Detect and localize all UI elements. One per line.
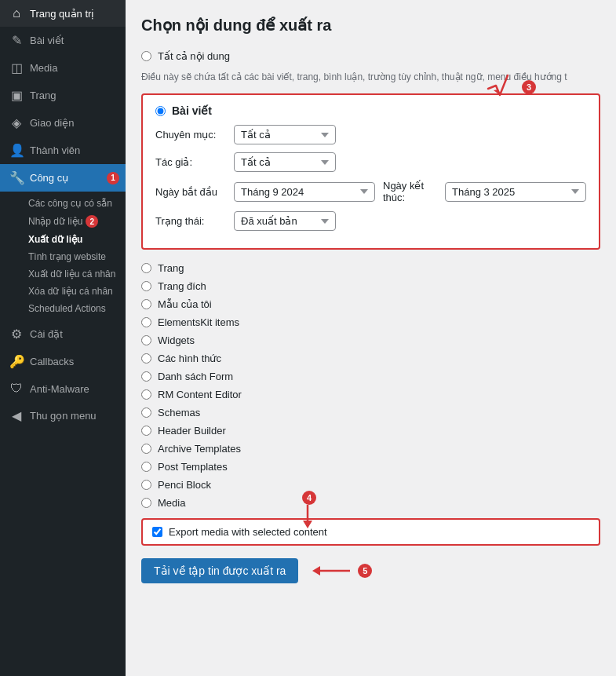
radio-header-builder-label: Header Builder: [158, 425, 226, 437]
sidebar-item-callbacks[interactable]: 🔑 Callbacks: [0, 348, 126, 375]
shield-icon: 🛡: [9, 382, 24, 396]
bai-viet-radio[interactable]: Bài viết: [155, 104, 586, 117]
radio-mau-cua-toi-label: Mẫu của tôi: [158, 298, 212, 310]
annotation-4-container: 4: [298, 491, 317, 528]
sidebar-item-anti-malware[interactable]: 🛡 Anti-Malware: [0, 375, 126, 402]
radio-archive-templates-input[interactable]: [141, 444, 151, 454]
radio-penci-block[interactable]: Penci Block: [141, 476, 600, 494]
sidebar-sub-cac-cong-cu[interactable]: Các công cụ có sẵn: [9, 195, 126, 212]
radio-post-templates-input[interactable]: [141, 462, 151, 472]
sidebar-item-giao-dien[interactable]: ◈ Giao diện: [0, 109, 126, 137]
radio-elementskit-input[interactable]: [141, 317, 151, 327]
export-media-row[interactable]: Export media with selected content: [141, 518, 600, 546]
radio-schemas-input[interactable]: [141, 407, 151, 418]
radio-widgets-input[interactable]: [141, 335, 151, 345]
sidebar-item-label: Giao diện: [30, 117, 74, 129]
ngay-bat-dau-select[interactable]: Tháng 9 2024: [234, 182, 375, 202]
tac-gia-select[interactable]: Tất cả: [234, 152, 336, 172]
radio-post-templates-label: Post Templates: [158, 461, 228, 473]
date-row: Ngày bắt đầu Tháng 9 2024 Ngày kết thúc:…: [155, 180, 586, 203]
tac-gia-row: Tác giả: Tất cả: [155, 152, 586, 172]
radio-trang[interactable]: Trang: [141, 259, 600, 277]
sidebar-item-trang[interactable]: ▣ Trang: [0, 82, 126, 109]
sidebar-sub-nhap-du-lieu[interactable]: Nhập dữ liệu 2: [9, 212, 126, 231]
radio-elementskit[interactable]: ElementsKit items: [141, 313, 600, 331]
radio-trang-dich-input[interactable]: [141, 281, 151, 291]
arrow-3-svg: [484, 71, 516, 103]
radio-penci-block-label: Penci Block: [158, 479, 211, 491]
radio-danh-sach-form[interactable]: Danh sách Form: [141, 367, 600, 386]
sidebar-item-thanh-vien[interactable]: 👤 Thành viên: [0, 137, 126, 164]
sidebar-item-cai-dat[interactable]: ⚙ Cài đặt: [0, 320, 126, 348]
sidebar-sub-scheduled-actions[interactable]: Scheduled Actions: [9, 300, 126, 317]
media-icon: ◫: [9, 60, 24, 75]
radio-rm-content-input[interactable]: [141, 389, 151, 400]
trang-thai-label: Trạng thái:: [155, 215, 226, 227]
radio-penci-block-input[interactable]: [141, 480, 151, 490]
sidebar-sub-tinh-trang[interactable]: Tình trạng website: [9, 248, 126, 265]
radio-archive-templates-label: Archive Templates: [158, 443, 241, 455]
bai-viet-box: 3 Bài viết Chuyên mục: Tất cả Tác giả: T…: [141, 93, 600, 250]
radio-tat-ca-label: Tất cả nội dung: [158, 50, 230, 62]
annotation-4-badge: 4: [302, 491, 316, 505]
radio-tat-ca[interactable]: Tất cả nội dung: [141, 47, 600, 65]
sidebar-item-media[interactable]: ◫ Media: [0, 54, 126, 82]
sidebar-item-thu-gon[interactable]: ◀ Thu gọn menu: [0, 402, 126, 429]
chuyen-muc-label: Chuyên mục:: [155, 129, 226, 141]
sidebar-sub-xuat-ca-nhan[interactable]: Xuất dữ liệu cá nhân: [9, 265, 126, 283]
chuyen-muc-row: Chuyên mục: Tất cả: [155, 125, 586, 144]
cong-cu-submenu: Các công cụ có sẵn Nhập dữ liệu 2 Xuất d…: [0, 192, 126, 320]
arrow-4-svg: [298, 505, 317, 528]
sidebar-sub-xoa-ca-nhan[interactable]: Xóa dữ liệu cá nhân: [9, 283, 126, 300]
sidebar-item-bai-viet[interactable]: ✎ Bài viết: [0, 27, 126, 54]
annotation-5-container: 5: [311, 561, 372, 580]
collapse-icon: ◀: [9, 408, 24, 423]
annotation-5-badge: 5: [358, 564, 372, 578]
radio-rm-content[interactable]: RM Content Editor: [141, 386, 600, 404]
radio-widgets[interactable]: Widgets: [141, 331, 600, 349]
ngay-ket-thuc-select[interactable]: Tháng 3 2025: [445, 182, 586, 202]
radio-trang-label: Trang: [158, 262, 184, 274]
export-media-checkbox[interactable]: [152, 527, 162, 537]
radio-header-builder[interactable]: Header Builder: [141, 422, 600, 440]
sidebar-item-label: Trang: [30, 90, 56, 101]
radio-trang-input[interactable]: [141, 263, 151, 273]
settings-icon: ⚙: [9, 327, 24, 342]
radio-bai-viet-input[interactable]: [155, 106, 166, 116]
trang-thai-select[interactable]: Đã xuất bản: [234, 211, 336, 231]
radio-danh-sach-form-label: Danh sách Form: [158, 371, 233, 382]
sidebar-sub-xuat-du-lieu[interactable]: Xuất dữ liệu: [9, 231, 126, 248]
sidebar-item-label: Media: [30, 62, 57, 74]
svg-marker-2: [312, 566, 320, 576]
radio-tat-ca-input[interactable]: [141, 51, 151, 61]
home-icon: ⌂: [9, 6, 24, 20]
page-title: Chọn nội dung để xuất ra: [141, 16, 600, 35]
edit-icon: ✎: [9, 33, 24, 48]
radio-mau-cua-toi-input[interactable]: [141, 299, 151, 309]
radio-bai-viet-label: Bài viết: [172, 104, 212, 117]
radio-rm-content-label: RM Content Editor: [158, 389, 242, 400]
radio-mau-cua-toi[interactable]: Mẫu của tôi: [141, 295, 600, 313]
radio-schemas[interactable]: Schemas: [141, 404, 600, 422]
radio-hinh-thuc-input[interactable]: [141, 353, 151, 364]
radio-header-builder-input[interactable]: [141, 426, 151, 436]
ngay-ket-thuc-label: Ngày kết thúc:: [383, 180, 437, 203]
export-media-container: 4 Export media with selected content: [141, 518, 600, 546]
radio-hinh-thuc[interactable]: Các hình thức: [141, 349, 600, 367]
sidebar-item-trang-quan-tri[interactable]: ⌂ Trang quản trị: [0, 0, 126, 27]
radio-trang-dich-label: Trang đích: [158, 280, 206, 292]
sidebar-item-label: Trang quản trị: [30, 8, 94, 20]
submit-button[interactable]: Tải về tập tin được xuất ra: [141, 558, 298, 583]
radio-post-templates[interactable]: Post Templates: [141, 458, 600, 476]
sidebar-item-label: Thu gọn menu: [30, 410, 97, 422]
radio-media[interactable]: Media: [141, 494, 600, 512]
sidebar-item-cong-cu[interactable]: 🔧 Công cụ 1: [0, 164, 126, 192]
radio-media-input[interactable]: [141, 498, 151, 508]
submit-row: Tải về tập tin được xuất ra 5: [141, 558, 600, 583]
radio-trang-dich[interactable]: Trang đích: [141, 277, 600, 295]
radio-elementskit-label: ElementsKit items: [158, 316, 239, 328]
radio-archive-templates[interactable]: Archive Templates: [141, 440, 600, 458]
chuyen-muc-select[interactable]: Tất cả: [234, 125, 336, 144]
radio-hinh-thuc-label: Các hình thức: [158, 353, 221, 364]
radio-danh-sach-form-input[interactable]: [141, 371, 151, 382]
